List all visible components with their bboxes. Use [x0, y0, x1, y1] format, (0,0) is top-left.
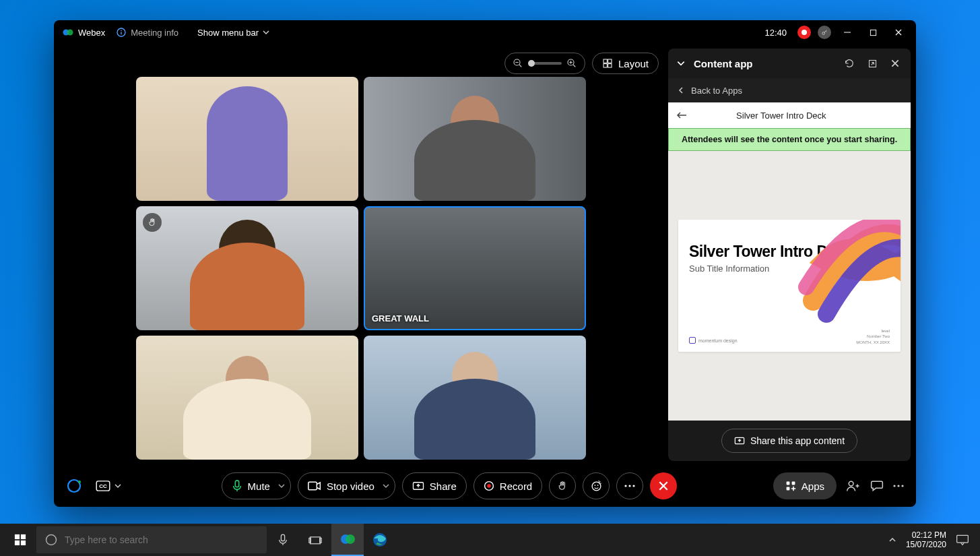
arrow-left-icon — [676, 111, 687, 119]
zoom-control[interactable] — [504, 53, 585, 74]
maximize-button[interactable] — [863, 26, 882, 39]
task-view-button[interactable] — [299, 524, 331, 556]
zoom-out-icon — [512, 57, 524, 69]
svg-rect-20 — [308, 482, 317, 490]
minimize-button[interactable] — [838, 26, 857, 39]
svg-point-1 — [67, 30, 73, 36]
share-button[interactable]: Share — [402, 472, 467, 499]
participant-tile[interactable] — [136, 336, 358, 460]
action-center-button[interactable] — [956, 534, 969, 546]
svg-text:CC: CC — [99, 483, 107, 489]
info-icon — [116, 27, 127, 38]
participant-tile[interactable] — [364, 336, 586, 460]
slide-preview[interactable]: Silver Tower Intro Deck Sub Title Inform… — [678, 220, 901, 352]
popout-button[interactable] — [865, 56, 880, 71]
chat-icon — [870, 479, 884, 493]
participants-button[interactable] — [846, 479, 861, 493]
chat-button[interactable] — [870, 479, 884, 493]
svg-rect-40 — [21, 540, 26, 545]
chevron-left-icon — [678, 86, 684, 94]
share-icon — [412, 481, 424, 491]
svg-point-41 — [46, 535, 57, 545]
back-to-apps-button[interactable]: Back to Apps — [668, 78, 911, 102]
svg-point-24 — [592, 482, 601, 491]
layout-button[interactable]: Layout — [592, 53, 659, 74]
close-panel-button[interactable] — [888, 56, 903, 71]
reactions-button[interactable] — [583, 472, 610, 499]
stop-video-button[interactable]: Stop video — [298, 472, 395, 499]
apps-button[interactable]: Apps — [773, 472, 837, 499]
webex-logo[interactable]: Webex — [62, 26, 105, 38]
panel-header: Content app — [668, 49, 911, 78]
end-call-button[interactable] — [650, 472, 677, 499]
chevron-down-icon[interactable] — [383, 483, 389, 489]
close-button[interactable] — [889, 26, 908, 39]
svg-rect-11 — [603, 64, 607, 67]
meeting-info-label: Meeting info — [131, 28, 178, 38]
emoji-icon — [591, 481, 602, 492]
notification-icon — [956, 534, 969, 546]
raise-hand-button[interactable] — [549, 472, 576, 499]
zoom-slider[interactable] — [528, 62, 562, 65]
record-button[interactable]: Record — [473, 472, 542, 499]
svg-point-23 — [487, 484, 491, 488]
tray-time: 02:12 PM — [906, 530, 946, 540]
lock-indicator[interactable] — [818, 26, 831, 39]
more-icon — [893, 485, 904, 487]
svg-point-47 — [346, 534, 355, 544]
share-label: Share — [430, 481, 457, 492]
participant-tile[interactable] — [136, 206, 358, 330]
taskbar-mic[interactable] — [267, 524, 299, 556]
system-clock[interactable]: 02:12 PM 15/07/2020 — [906, 530, 946, 550]
svg-rect-12 — [608, 64, 612, 67]
chevron-down-icon[interactable] — [278, 483, 285, 489]
participant-tile[interactable] — [136, 77, 358, 201]
captions-button[interactable]: CC — [92, 478, 125, 494]
svg-point-35 — [897, 485, 899, 487]
video-grid: GREAT WALL — [54, 44, 668, 465]
start-button[interactable] — [4, 524, 36, 556]
zoom-in-icon — [566, 57, 578, 69]
deck-back-button[interactable] — [676, 111, 687, 119]
apps-icon — [785, 481, 796, 491]
taskbar-search[interactable] — [36, 526, 267, 553]
windows-icon — [14, 534, 26, 546]
svg-rect-9 — [603, 59, 607, 63]
panel-more-button[interactable] — [893, 485, 904, 487]
edge-taskbar-icon[interactable] — [364, 524, 396, 556]
svg-rect-43 — [311, 537, 321, 544]
meeting-info-button[interactable]: Meeting info — [116, 27, 178, 38]
show-menu-bar-button[interactable]: Show menu bar — [197, 28, 269, 38]
svg-point-25 — [594, 485, 595, 486]
deck-title: Silver Tower Intro Deck — [736, 111, 826, 121]
svg-point-34 — [893, 485, 895, 487]
refresh-button[interactable] — [842, 56, 857, 71]
more-options-button[interactable] — [616, 472, 643, 499]
participant-tile[interactable] — [364, 77, 586, 201]
search-input[interactable] — [65, 534, 259, 545]
mute-button[interactable]: Mute — [222, 472, 291, 499]
share-app-content-button[interactable]: Share this app content — [721, 429, 857, 453]
svg-point-28 — [629, 485, 631, 487]
panel-title: Content app — [694, 58, 753, 69]
refresh-icon — [844, 58, 855, 69]
svg-rect-31 — [791, 482, 795, 485]
participant-tile-active[interactable]: GREAT WALL — [364, 206, 586, 330]
webex-taskbar-icon[interactable] — [331, 524, 364, 556]
chevron-up-icon — [888, 536, 896, 543]
task-view-icon — [308, 534, 322, 545]
slide-preview-area: Silver Tower Intro Deck Sub Title Inform… — [668, 151, 911, 421]
svg-rect-42 — [281, 534, 284, 541]
chevron-down-icon[interactable] — [676, 59, 686, 68]
tray-expand-button[interactable] — [888, 536, 896, 543]
svg-rect-38 — [21, 534, 26, 539]
hand-icon — [557, 481, 568, 491]
svg-point-16 — [78, 481, 81, 483]
key-icon — [821, 29, 828, 36]
cortana-icon — [44, 533, 58, 547]
recording-indicator[interactable] — [797, 26, 811, 39]
svg-rect-39 — [15, 540, 20, 545]
webex-assistant-icon[interactable] — [66, 478, 82, 494]
svg-rect-10 — [608, 59, 612, 63]
svg-point-36 — [901, 485, 903, 487]
